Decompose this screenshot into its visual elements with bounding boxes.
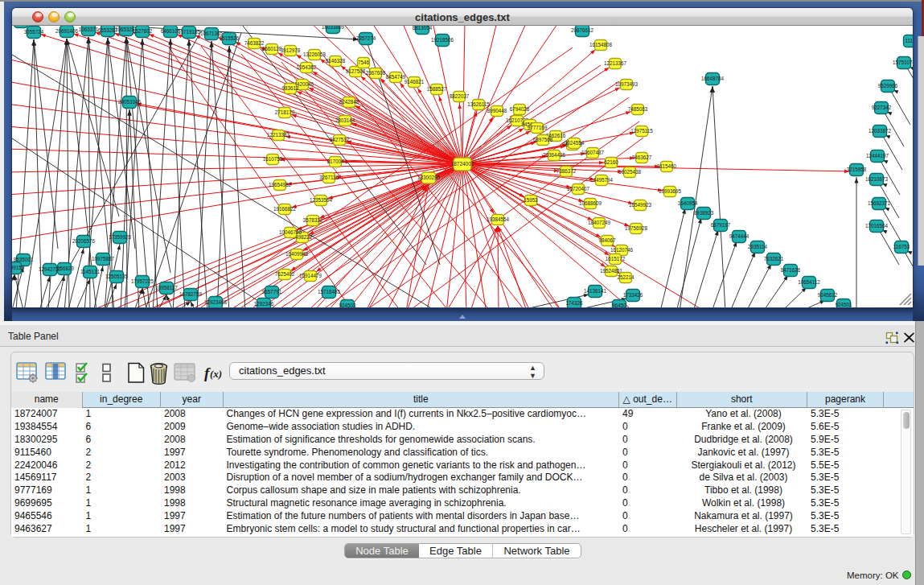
svg-text:3578332: 3578332 [303,217,323,223]
svg-text:8242848: 8242848 [339,99,359,105]
svg-text:8938923: 8938923 [694,210,714,216]
svg-text:7546: 7546 [358,60,370,65]
svg-text:983612: 983612 [281,85,299,91]
svg-text:10688609: 10688609 [579,200,602,206]
svg-text:9245612: 9245612 [818,292,838,298]
svg-text:19384554: 19384554 [487,216,510,222]
svg-text:8146328: 8146328 [326,58,346,64]
svg-text:12033872: 12033872 [869,128,892,134]
svg-text:20206576: 20206576 [72,238,96,244]
svg-text:984067: 984067 [598,237,616,243]
svg-text:7625402: 7625402 [275,271,295,277]
svg-text:8822037: 8822037 [450,93,470,99]
svg-text:14495794: 14495794 [590,177,614,183]
svg-text:7386372: 7386372 [556,168,577,174]
svg-text:18407249: 18407249 [588,220,611,225]
svg-text:6897568: 6897568 [533,137,553,142]
svg-text:20364436: 20364436 [543,152,566,158]
svg-text:12942737: 12942737 [39,266,62,272]
svg-text:16914479: 16914479 [299,273,322,278]
svg-text:1610755: 1610755 [263,156,283,162]
svg-text:15720407: 15720407 [567,186,590,192]
svg-text:12505135: 12505135 [105,274,129,279]
svg-text:924501: 924501 [835,302,852,307]
svg-text:8427512: 8427512 [330,137,350,142]
svg-text:3912978: 3912978 [281,47,301,53]
svg-text:9474444: 9474444 [729,233,749,239]
svg-text:15716485: 15716485 [318,289,341,295]
svg-text:10975887: 10975887 [92,256,115,262]
svg-text:1527602: 1527602 [133,28,153,34]
svg-text:18724007: 18724007 [451,161,474,167]
svg-text:3267110: 3267110 [319,175,339,180]
svg-text:20053346: 20053346 [118,99,142,105]
svg-text:252214: 252214 [617,274,634,280]
svg-text:7463822: 7463822 [244,40,265,46]
svg-text:6794028: 6794028 [510,106,530,112]
svg-text:7357274: 7357274 [356,35,376,41]
svg-text:19218506: 19218506 [431,37,454,43]
svg-text:(x): (x) [210,368,222,380]
svg-text:116753: 116753 [893,244,910,249]
svg-text:16648784: 16648784 [701,76,725,81]
svg-text:17957225: 17957225 [131,278,154,284]
svg-text:10958117: 10958117 [155,285,178,290]
svg-text:10993695: 10993695 [659,188,682,194]
svg-text:2718170: 2718170 [275,109,295,115]
svg-text:9127508: 9127508 [346,68,366,74]
svg-text:19756928: 19756928 [625,225,648,231]
svg-text:2935114: 2935114 [748,244,768,249]
svg-text:174326: 174326 [565,300,583,306]
svg-text:2367608: 2367608 [366,70,386,76]
svg-text:16154808: 16154808 [589,42,613,47]
svg-text:1733426: 1733426 [623,292,643,298]
svg-text:16782759: 16782759 [179,291,203,297]
svg-text:19166822: 19166822 [273,206,297,212]
svg-text:15692371: 15692371 [868,200,891,206]
svg-text:17016504: 17016504 [865,223,889,229]
svg-text:10046786: 10046786 [279,229,302,235]
svg-text:15751074: 15751074 [893,60,913,65]
svg-text:9146821: 9146821 [405,79,425,84]
svg-text:9115460: 9115460 [657,163,677,169]
svg-text:1063371: 1063371 [79,27,99,32]
svg-text:1615172: 1615172 [606,256,626,262]
svg-text:96450: 96450 [612,303,626,307]
svg-text:7632621: 7632621 [764,256,784,262]
svg-text:14136141: 14136141 [584,288,607,294]
svg-text:17359928: 17359928 [109,234,132,240]
svg-text:8454749: 8454749 [386,74,406,80]
svg-text:15953: 15953 [524,197,538,203]
svg-text:9529966: 9529966 [878,83,898,89]
svg-text:1145131: 1145131 [80,269,101,274]
svg-text:19654982: 19654982 [269,182,292,187]
svg-text:924503: 924503 [339,303,356,307]
svg-text:9463627: 9463627 [632,154,652,160]
svg-text:8813054: 8813054 [413,26,433,31]
svg-text:10973493: 10973493 [615,81,639,87]
svg-text:1292346: 1292346 [254,301,274,307]
svg-text:16409948: 16409948 [285,251,309,257]
svg-text:20691406: 20691406 [55,28,79,34]
svg-text:62160: 62160 [604,159,618,165]
svg-text:13226058: 13226058 [303,51,326,57]
svg-text:10654112: 10654112 [798,279,820,285]
svg-text:1899159: 1899159 [12,265,25,270]
svg-text:12975115: 12975115 [630,128,653,134]
svg-text:6879197: 6879197 [711,222,731,228]
svg-text:3024554: 3024554 [565,140,585,146]
svg-text:7515526: 7515526 [220,35,240,41]
svg-text:19524851: 19524851 [600,268,623,274]
svg-text:7485063: 7485063 [628,106,648,112]
svg-text:9657791: 9657791 [262,289,282,295]
svg-text:1588527: 1588527 [427,86,447,92]
svg-text:8990448: 8990448 [487,108,507,113]
svg-text:1640954: 1640954 [678,200,698,206]
svg-text:10607487: 10607487 [581,150,605,155]
svg-text:2803144: 2803144 [335,117,355,123]
svg-text:817004: 817004 [326,159,344,164]
svg-text:12353594: 12353594 [310,197,333,203]
svg-text:3215958: 3215958 [847,167,867,172]
svg-text:18300295: 18300295 [417,175,441,180]
svg-text:9227342: 9227342 [872,105,892,110]
